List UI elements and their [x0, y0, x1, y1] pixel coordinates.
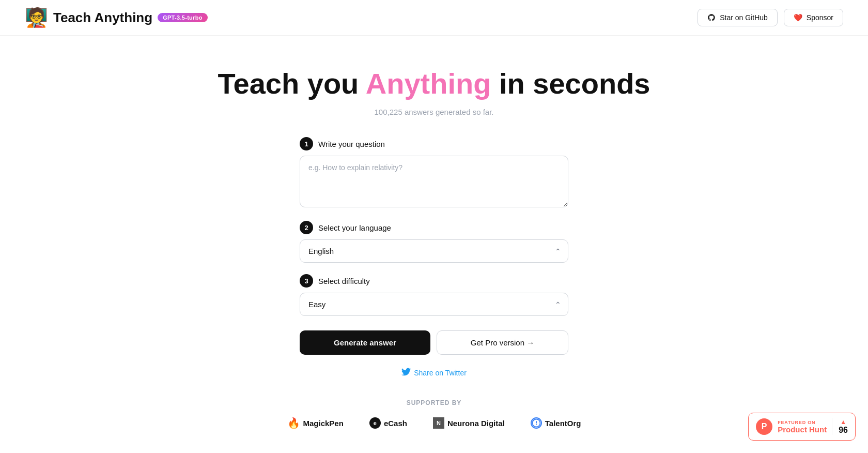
- language-select-wrapper: English Spanish French German Chinese Ja…: [300, 239, 568, 263]
- hero-title-highlight: Anything: [366, 67, 491, 100]
- difficulty-select-wrapper: Easy Medium Hard Expert ⌃: [300, 293, 568, 316]
- twitter-share-label: Share on Twitter: [414, 369, 467, 377]
- hero-title-after: in seconds: [491, 67, 650, 100]
- language-select[interactable]: English Spanish French German Chinese Ja…: [300, 239, 568, 263]
- supported-label: SUPPORTED BY: [407, 399, 462, 406]
- github-button[interactable]: Star on GitHub: [698, 9, 778, 26]
- magickpen-icon: 🔥: [287, 417, 300, 429]
- talentorg-icon: [531, 417, 542, 429]
- step1-row: 1 Write your question: [300, 137, 568, 150]
- producthunt-text: FEATURED ON Product Hunt: [778, 420, 827, 434]
- gpt-badge: GPT-3.5-turbo: [158, 13, 208, 22]
- producthunt-featured-label: FEATURED ON: [778, 420, 827, 425]
- ecash-icon: e: [369, 417, 381, 429]
- generate-button[interactable]: Generate answer: [300, 330, 430, 355]
- main-content: Teach you Anything in seconds 100,225 an…: [0, 36, 868, 450]
- question-textarea[interactable]: [300, 156, 568, 207]
- hero-title-before: Teach you: [218, 67, 365, 100]
- magickpen-name: MagickPen: [303, 419, 344, 428]
- producthunt-vote-count: 96: [839, 426, 848, 435]
- action-buttons: Generate answer Get Pro version →: [300, 330, 568, 355]
- step3-badge: 3: [300, 274, 313, 288]
- talentorg-name: TalentOrg: [545, 419, 581, 428]
- github-button-label: Star on GitHub: [720, 13, 768, 22]
- heart-icon: ❤️: [794, 13, 802, 22]
- form-container: 1 Write your question 2 Select your lang…: [300, 137, 568, 399]
- difficulty-select[interactable]: Easy Medium Hard Expert: [300, 293, 568, 316]
- step3-row: 3 Select difficulty: [300, 274, 568, 288]
- logo-emoji: 🧑‍🏫: [25, 8, 48, 27]
- sponsor-neurona: N Neurona Digital: [433, 417, 505, 429]
- sponsor-ecash: e eCash: [369, 417, 407, 429]
- step1-label: Write your question: [318, 140, 385, 148]
- sponsor-talentorg: TalentOrg: [531, 417, 581, 429]
- sponsor-button[interactable]: ❤️ Sponsor: [784, 9, 843, 26]
- ecash-name: eCash: [384, 419, 407, 428]
- step2-label: Select your language: [318, 223, 391, 232]
- hero-title: Teach you Anything in seconds: [218, 67, 650, 100]
- product-hunt-badge[interactable]: P FEATURED ON Product Hunt ▲ 96: [748, 413, 856, 441]
- header: 🧑‍🏫 Teach Anything GPT-3.5-turbo Star on…: [0, 0, 868, 36]
- producthunt-name: Product Hunt: [778, 425, 827, 434]
- language-section: 2 Select your language English Spanish F…: [300, 221, 568, 263]
- question-section: 1 Write your question: [300, 137, 568, 209]
- difficulty-section: 3 Select difficulty Easy Medium Hard Exp…: [300, 274, 568, 316]
- neurona-name: Neurona Digital: [447, 419, 505, 428]
- step2-badge: 2: [300, 221, 313, 234]
- hero-subtitle: 100,225 answers generated so far.: [375, 108, 494, 116]
- header-actions: Star on GitHub ❤️ Sponsor: [698, 9, 843, 26]
- sponsor-magickpen: 🔥 MagickPen: [287, 417, 344, 429]
- producthunt-votes: ▲ 96: [832, 418, 848, 435]
- github-icon: [707, 13, 716, 22]
- producthunt-arrow-icon: ▲: [840, 418, 846, 426]
- logo-area: 🧑‍🏫 Teach Anything GPT-3.5-turbo: [25, 8, 208, 27]
- step1-badge: 1: [300, 137, 313, 150]
- neurona-icon: N: [433, 417, 444, 429]
- producthunt-logo: P: [756, 418, 772, 435]
- pro-button[interactable]: Get Pro version →: [437, 330, 568, 355]
- sponsors-row: 🔥 MagickPen e eCash N Neurona Digital Ta…: [287, 417, 581, 429]
- twitter-icon: [401, 367, 411, 379]
- sponsor-button-label: Sponsor: [807, 13, 833, 22]
- app-name: Teach Anything: [53, 10, 152, 26]
- twitter-share-link[interactable]: Share on Twitter: [401, 367, 467, 379]
- twitter-row: Share on Twitter: [300, 367, 568, 379]
- supported-section: SUPPORTED BY 🔥 MagickPen e eCash N Neuro…: [287, 399, 581, 429]
- step2-row: 2 Select your language: [300, 221, 568, 234]
- step3-label: Select difficulty: [318, 277, 370, 285]
